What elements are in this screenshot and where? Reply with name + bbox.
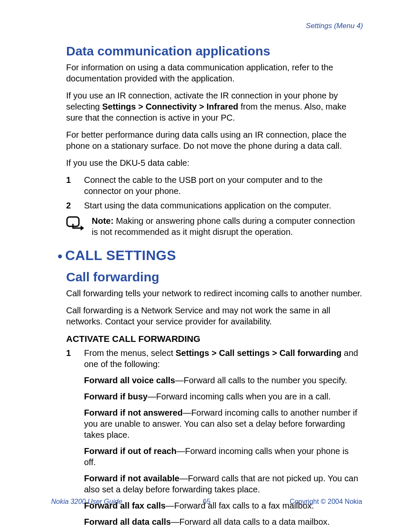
- option-name: Forward if not answered: [84, 408, 183, 417]
- paragraph: Call forwarding tells your network to re…: [66, 288, 362, 299]
- option-name: Forward all data calls: [84, 517, 171, 526]
- forward-option: Forward if not available—Forward calls t…: [84, 473, 362, 495]
- option-desc: —Forward incoming calls when you are in …: [148, 392, 331, 401]
- note-icon: [66, 215, 92, 237]
- paragraph: If you use the DKU-5 data cable:: [66, 157, 362, 168]
- forward-option: Forward if not answered—Forward incoming…: [84, 407, 362, 440]
- footer-page-number: 65: [51, 497, 362, 506]
- forward-option: Forward if out of reach—Forward incoming…: [84, 445, 362, 468]
- heading-data-comm: Data communication applications: [66, 43, 362, 59]
- list-number: 2: [66, 200, 84, 211]
- list-number: 1: [66, 174, 84, 197]
- option-desc: —Forward all data calls to a data mailbo…: [171, 517, 329, 526]
- list-text: Connect the cable to the USB port on you…: [84, 174, 362, 197]
- list-item: 1 Connect the cable to the USB port on y…: [66, 174, 362, 197]
- heading-call-settings: •CALL SETTINGS: [58, 247, 362, 265]
- text: Making or answering phone calls during a…: [92, 216, 355, 237]
- heading-call-forwarding: Call forwarding: [66, 269, 362, 285]
- numbered-list: 1 Connect the cable to the USB port on y…: [66, 174, 362, 211]
- note-label: Note:: [92, 216, 113, 226]
- menu-path-bold: Settings > Connectivity > Infrared: [102, 102, 238, 111]
- option-name: Forward all voice calls: [84, 376, 175, 385]
- page-header-right: Settings (Menu 4): [66, 21, 363, 31]
- paragraph: If you use an IR connection, activate th…: [66, 90, 362, 123]
- option-name: Forward if out of reach: [84, 446, 177, 456]
- forward-option: Forward if busy—Forward incoming calls w…: [84, 391, 362, 402]
- option-name: Forward if busy: [84, 392, 148, 401]
- list-item: 2 Start using the data communications ap…: [66, 200, 362, 211]
- forward-option: Forward all data calls—Forward all data …: [84, 516, 362, 527]
- heading-text: CALL SETTINGS: [65, 248, 176, 263]
- option-name: Forward if not available: [84, 474, 179, 483]
- heading-activate-cf: ACTIVATE CALL FORWARDING: [66, 333, 362, 344]
- option-desc: —Forward all calls to the number you spe…: [175, 376, 347, 385]
- forward-option: Forward all voice calls—Forward all call…: [84, 375, 362, 386]
- text: From the menus, select: [84, 348, 176, 358]
- paragraph: Call forwarding is a Network Service and…: [66, 305, 362, 327]
- page-footer: Nokia 3200 User Guide 65 Copyright © 200…: [51, 497, 362, 506]
- bullet-icon: •: [58, 249, 63, 264]
- menu-path-bold: Settings > Call settings > Call forwardi…: [176, 348, 342, 358]
- note-block: Note: Making or answering phone calls du…: [66, 215, 362, 237]
- note-text: Note: Making or answering phone calls du…: [92, 215, 362, 237]
- list-text: Start using the data communications appl…: [84, 200, 362, 211]
- paragraph: For information on using a data communic…: [66, 62, 362, 84]
- paragraph: For better performance during data calls…: [66, 129, 362, 151]
